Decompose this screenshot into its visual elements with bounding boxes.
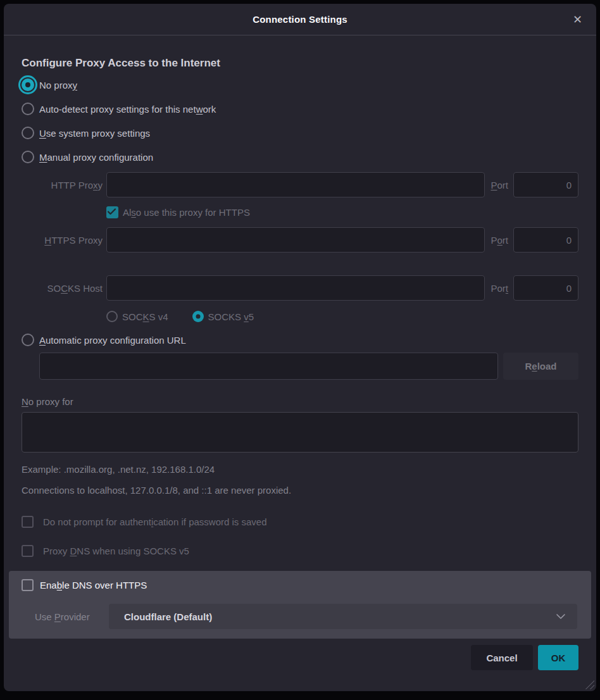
no-proxy-for-textarea[interactable]: [22, 412, 578, 453]
no-auth-prompt-checkbox[interactable]: [22, 516, 34, 528]
label-accesskey: b: [57, 580, 62, 591]
https-port-input[interactable]: [513, 227, 578, 253]
also-https-label[interactable]: Also use this proxy for HTTPS: [123, 207, 250, 218]
radio-manual-proxy[interactable]: [22, 151, 34, 163]
doh-enable-label[interactable]: Enable DNS over HTTPS: [40, 580, 147, 591]
radio-no-proxy[interactable]: [22, 78, 34, 91]
label-text: NS when using SOCKS v5: [77, 546, 189, 556]
label-accesskey: e: [532, 361, 537, 372]
radio-manual-proxy-label[interactable]: Manual proxy configuration: [39, 152, 153, 163]
label-text: o proxy for: [28, 396, 73, 407]
label-text: Al: [123, 207, 131, 218]
https-proxy-input[interactable]: [106, 227, 485, 253]
label-text: 5: [249, 311, 254, 322]
doh-enable-checkbox[interactable]: [22, 579, 34, 591]
no-proxy-example: Example: .mozilla.org, .net.nz, 192.168.…: [22, 464, 578, 475]
radio-no-proxy-label[interactable]: No proxy: [39, 80, 77, 91]
doh-enable-row: Enable DNS over HTTPS: [22, 579, 577, 591]
radio-socks-v5-label[interactable]: SOCKS v5: [208, 311, 254, 322]
localhost-note: Connections to localhost, 127.0.0.1/8, a…: [22, 485, 578, 496]
label-text: TTPS Proxy: [51, 235, 103, 246]
radio-system-proxy[interactable]: [22, 127, 34, 139]
dialog-body: Configure Proxy Access to the Internet N…: [4, 35, 596, 691]
label-accesskey: N: [22, 396, 28, 407]
label-accesskey: s: [131, 207, 136, 218]
radio-row-auto-url: Automatic proxy configuration URL: [22, 334, 578, 346]
cancel-button[interactable]: Cancel: [471, 645, 533, 670]
doh-provider-dropdown[interactable]: Cloudflare (Default): [109, 604, 577, 629]
radio-row-manual-proxy: Manual proxy configuration: [22, 151, 578, 163]
label-text: R: [525, 361, 532, 372]
label-text: Do not prompt for authent: [43, 516, 151, 527]
also-https-row: Also use this proxy for HTTPS: [106, 206, 578, 218]
label-accesskey: C: [61, 283, 68, 294]
https-port-label: Port: [491, 235, 508, 246]
label-text: SOC: [122, 311, 143, 322]
radio-socks-v4[interactable]: [106, 311, 118, 322]
label-accesskey: M: [39, 152, 47, 163]
proxy-dns-socks5-checkbox[interactable]: [22, 545, 34, 557]
label-accesskey: A: [39, 335, 46, 346]
label-text: HTTP Pro: [51, 180, 93, 191]
label-text: se system proxy settings: [46, 128, 150, 139]
label-text: Proxy: [43, 546, 70, 556]
doh-panel: Enable DNS over HTTPS Use Provider Cloud…: [9, 571, 591, 639]
label-text: Por: [491, 283, 505, 294]
socks-version-row: SOCKS v4 SOCKS v5: [106, 311, 578, 322]
label-text: P: [491, 235, 497, 246]
label-text: KS Host: [68, 283, 103, 294]
socks-host-label: SOCKS Host: [22, 283, 103, 294]
proxy-dns-socks5-label[interactable]: Proxy DNS when using SOCKS v5: [43, 546, 189, 556]
label-accesskey: t: [506, 283, 508, 294]
label-text: utomatic proxy configuration URL: [46, 335, 186, 346]
label-text: Ena: [40, 580, 57, 591]
label-text: anual proxy configuration: [47, 152, 154, 163]
http-port-input[interactable]: [513, 172, 578, 197]
http-proxy-input[interactable]: [106, 172, 485, 197]
label-text: ork: [203, 104, 216, 115]
https-proxy-label: HTTPS Proxy: [22, 235, 103, 246]
socks-host-input[interactable]: [106, 275, 485, 301]
radio-row-no-proxy: No proxy: [22, 78, 578, 91]
label-text: Auto-detect proxy settings for this net: [39, 104, 196, 115]
close-icon[interactable]: ✕: [568, 10, 587, 29]
http-port-label: Port: [491, 180, 508, 191]
label-text: rt: [503, 235, 508, 246]
label-accesskey: H: [44, 235, 51, 246]
doh-provider-label: Use Provider: [35, 611, 103, 622]
label-accesskey: D: [70, 546, 77, 556]
auto-url-row: Reload: [39, 353, 578, 380]
radio-system-proxy-label[interactable]: Use system proxy settings: [39, 128, 150, 139]
doh-provider-value: Cloudflare (Default): [124, 611, 556, 622]
label-text: ort: [497, 180, 508, 191]
radio-auto-detect-label[interactable]: Auto-detect proxy settings for this netw…: [39, 104, 216, 115]
radio-auto-detect[interactable]: [22, 103, 34, 115]
label-accesskey: w: [196, 104, 203, 115]
ok-button[interactable]: OK: [538, 645, 578, 670]
label-text: SO: [47, 283, 61, 294]
auto-url-input[interactable]: [39, 353, 498, 380]
dialog-titlebar: Connection Settings ✕: [4, 4, 596, 35]
label-text: o use this proxy for HTTPS: [136, 207, 250, 218]
https-proxy-row: HTTPS Proxy Port: [22, 227, 578, 253]
label-accesskey: K: [143, 311, 149, 322]
label-text: cation if password is saved: [153, 516, 266, 527]
no-auth-prompt-row: Do not prompt for authentication if pass…: [22, 516, 578, 528]
radio-auto-url-label[interactable]: Automatic proxy configuration URL: [39, 335, 186, 346]
http-proxy-row: HTTP Proxy Port: [22, 172, 578, 197]
radio-socks-v4-label[interactable]: SOCKS v4: [122, 311, 168, 322]
chevron-down-icon: [556, 613, 566, 620]
radio-socks-v5[interactable]: [192, 311, 204, 322]
reload-button[interactable]: Reload: [503, 353, 578, 380]
connection-settings-dialog: Connection Settings ✕ Configure Proxy Ac…: [4, 4, 596, 691]
label-accesskey: P: [54, 611, 61, 622]
label-text: le DNS over HTTPS: [62, 580, 147, 591]
dialog-footer: Cancel OK: [22, 645, 578, 670]
no-auth-prompt-label[interactable]: Do not prompt for authentication if pass…: [43, 516, 267, 527]
socks-port-input[interactable]: [513, 275, 578, 301]
label-text: S v4: [149, 311, 168, 322]
also-https-checkbox[interactable]: [106, 206, 118, 218]
proxy-dns-socks5-row: Proxy DNS when using SOCKS v5: [22, 545, 578, 557]
radio-auto-url[interactable]: [22, 334, 34, 346]
label-text: y: [98, 180, 103, 191]
